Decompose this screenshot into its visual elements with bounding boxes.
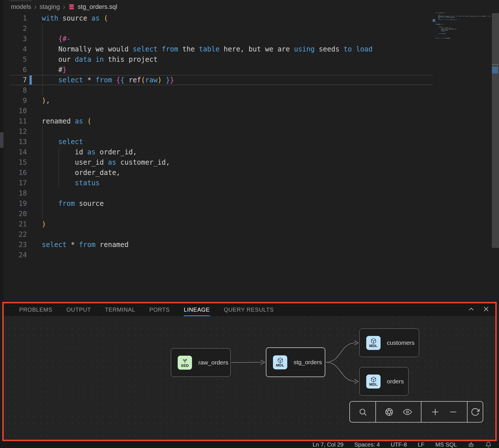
line-number: 3 — [10, 34, 27, 44]
gutter — [27, 219, 42, 229]
node-label: orders — [387, 378, 404, 385]
visibility-button[interactable] — [403, 407, 412, 417]
code-line[interactable]: 6 #} — [10, 65, 433, 75]
status-encoding[interactable]: UTF-8 — [391, 441, 407, 448]
code-editor[interactable]: 1with source as (23 {#-4 Normally we wou… — [10, 13, 433, 260]
gutter — [27, 137, 42, 147]
lineage-node-stg_orders[interactable]: MDLstg_orders — [266, 347, 325, 377]
modified-line-marker — [29, 75, 32, 85]
line-number: 22 — [10, 229, 27, 240]
tab-ports[interactable]: PORTS — [149, 303, 170, 316]
refresh-button[interactable] — [471, 407, 480, 417]
gutter — [27, 85, 42, 95]
line-number: 1 — [10, 13, 27, 23]
gutter — [27, 23, 42, 34]
panel-close-button[interactable] — [482, 305, 490, 313]
snapshot-button[interactable] — [385, 407, 394, 417]
node-label: raw_orders — [198, 359, 228, 366]
line-number: 17 — [10, 178, 27, 188]
code-line[interactable]: 4 Normally we would select from the tabl… — [10, 44, 433, 54]
code-line[interactable]: 5 our data in this project — [10, 54, 433, 65]
code-text: ), — [42, 95, 50, 106]
minus-icon — [449, 407, 458, 417]
lineage-toolbar — [349, 401, 483, 423]
minimap-line — [435, 39, 484, 40]
code-text: from source — [42, 198, 104, 209]
code-line[interactable]: 23select * from renamed — [10, 240, 433, 250]
gutter — [27, 13, 42, 23]
gutter — [27, 147, 42, 157]
zoom-in-button[interactable] — [431, 407, 440, 417]
minimap-modified-marker — [433, 19, 435, 22]
notifications-bell-icon[interactable] — [485, 441, 492, 448]
panel-tab-bar: PROBLEMSOUTPUTTERMINALPORTSLINEAGEQUERY … — [4, 303, 495, 316]
copilot-icon[interactable] — [468, 441, 474, 448]
code-line[interactable]: 12 — [10, 126, 433, 137]
node-badge-label: MDL — [369, 383, 377, 386]
breadcrumb-item-staging[interactable]: staging — [39, 3, 60, 11]
code-line[interactable]: 22 — [10, 229, 433, 240]
breadcrumb-file-name[interactable]: stg_orders.sql — [78, 3, 117, 11]
status-indentation[interactable]: Spaces: 4 — [354, 441, 380, 448]
code-line[interactable]: 20 — [10, 209, 433, 219]
code-line[interactable]: 2 — [10, 23, 433, 34]
code-line[interactable]: 24 — [10, 250, 433, 260]
status-cursor-position[interactable]: Ln 7, Col 29 — [313, 441, 344, 448]
code-line[interactable]: 15 user_id as customer_id, — [10, 157, 433, 168]
tab-output[interactable]: OUTPUT — [66, 303, 91, 316]
node-label: stg_orders — [294, 359, 322, 366]
scrollbar[interactable] — [492, 13, 499, 248]
eye-icon — [403, 407, 412, 417]
status-bar: Ln 7, Col 29Spaces: 4UTF-8LFMS SQL — [0, 441, 499, 448]
code-line[interactable]: 13 select — [10, 137, 433, 147]
code-line[interactable]: 7 select * from {{ ref(raw) }} — [10, 75, 433, 85]
code-line[interactable]: 11renamed as ( — [10, 116, 433, 126]
node-label: customers — [387, 339, 415, 346]
code-line[interactable]: 10 — [10, 106, 433, 116]
minimap[interactable]: with source as ( {#- Normally we would s… — [435, 12, 484, 40]
tab-problems[interactable]: PROBLEMS — [19, 303, 52, 316]
tab-terminal[interactable]: TERMINAL — [105, 303, 135, 316]
code-line[interactable]: 9), — [10, 95, 433, 106]
code-line[interactable]: 21) — [10, 219, 433, 229]
code-line[interactable]: 3 {#- — [10, 34, 433, 44]
zoom-out-button[interactable] — [449, 407, 458, 417]
panel-maximize-button[interactable] — [468, 305, 475, 313]
code-text: order_date, — [42, 168, 120, 178]
code-line[interactable]: 8 — [10, 85, 433, 95]
code-line[interactable]: 19 from source — [10, 198, 433, 209]
code-line[interactable]: 17 status — [10, 178, 433, 188]
lineage-canvas[interactable]: SEDraw_ordersMDLstg_ordersMDLcustomersMD… — [4, 316, 495, 440]
aperture-icon — [385, 407, 394, 417]
breadcrumb-item-models[interactable]: models — [11, 3, 31, 11]
refresh-icon — [471, 407, 480, 417]
node-badge-label: MDL — [369, 344, 377, 348]
status-eol[interactable]: LF — [418, 441, 424, 448]
tab-query-results[interactable]: QUERY RESULTS — [224, 303, 274, 316]
left-scrollbar-fragment[interactable] — [0, 132, 3, 148]
seedling-icon: SED — [178, 356, 192, 370]
line-number: 10 — [10, 106, 27, 116]
code-line[interactable]: 1with source as ( — [10, 13, 433, 23]
edge — [326, 362, 356, 381]
tab-lineage[interactable]: LINEAGE — [184, 303, 210, 316]
code-text: id as order_id, — [42, 147, 137, 157]
search-button[interactable] — [358, 407, 367, 417]
code-line[interactable]: 14 id as order_id, — [10, 147, 433, 157]
line-number: 6 — [10, 65, 27, 75]
scrollbar-divider — [492, 64, 499, 65]
code-text: our data in this project — [42, 54, 158, 65]
gutter — [27, 65, 42, 75]
line-number: 2 — [10, 23, 27, 34]
edge-arrowhead — [261, 360, 265, 365]
code-line[interactable]: 18 — [10, 188, 433, 198]
node-badge-label: SED — [181, 364, 189, 367]
lineage-node-orders[interactable]: MDLorders — [359, 367, 409, 396]
tab-strip-fragment — [9, 0, 32, 1]
lineage-node-customers[interactable]: MDLcustomers — [359, 328, 419, 357]
code-text: select — [42, 137, 83, 147]
lineage-node-raw_orders[interactable]: SEDraw_orders — [171, 348, 231, 377]
status-language-mode[interactable]: MS SQL — [435, 441, 457, 448]
code-line[interactable]: 16 order_date, — [10, 168, 433, 178]
code-text: {#- — [42, 34, 71, 44]
